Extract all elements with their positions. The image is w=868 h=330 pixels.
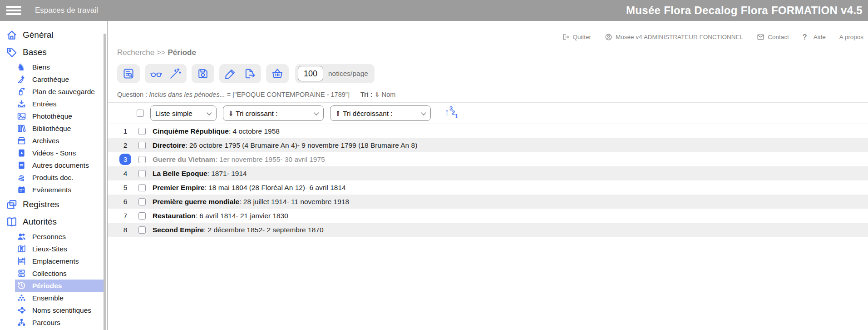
header-link-aide[interactable]: ?Aide xyxy=(803,33,826,41)
result-row[interactable]: 1Cinquième République: 4 octobre 1958 xyxy=(108,124,868,138)
result-row[interactable]: 8Second Empire: 2 décembre 1852- 2 septe… xyxy=(108,223,868,237)
sidebar-item-autorites[interactable]: Autorités xyxy=(0,213,107,230)
save-icon xyxy=(197,67,209,80)
sort-ascending-select[interactable]: ⇓ Tri croissant : xyxy=(223,105,324,121)
sidebar-item-label: Evènements xyxy=(32,186,71,194)
sidebar-item-carotheque[interactable]: Carothèque xyxy=(15,73,105,85)
list-search-icon xyxy=(122,67,135,80)
sidebar-item-evenements[interactable]: Evènements xyxy=(15,184,105,196)
molecule-icon xyxy=(17,305,26,315)
people-icon xyxy=(17,232,26,241)
sidebar-item-emplacements[interactable]: Emplacements xyxy=(15,255,105,267)
sidebar-item-personnes[interactable]: Personnes xyxy=(15,230,105,243)
basket-button[interactable] xyxy=(266,64,289,83)
sidebar-item-label: Vidéos - Sons xyxy=(32,149,76,157)
row-checkbox[interactable] xyxy=(138,184,146,191)
row-number: 8 xyxy=(108,224,131,235)
sidebar-item-parcours[interactable]: Parcours xyxy=(15,316,105,329)
header-link-a-propos[interactable]: A propos xyxy=(839,34,863,40)
sidebar-item-label: Périodes xyxy=(32,282,62,290)
hamburger-menu-icon[interactable] xyxy=(6,4,23,17)
sort-numeric-icon[interactable]: 3 ↑ 2 1 xyxy=(444,106,458,120)
period-dates: : 1871- 1914 xyxy=(207,170,247,177)
result-row[interactable]: 3Guerre du Vietnam: 1er novembre 1955- 3… xyxy=(108,152,868,166)
row-number: 3 xyxy=(108,154,131,165)
save-button[interactable] xyxy=(192,64,214,83)
sidebar-item-biens[interactable]: ♞Biens xyxy=(15,61,105,73)
sidebar-item-noms-scientifiques[interactable]: Noms scientifiques xyxy=(15,304,105,316)
sidebar-item-label: Autres documents xyxy=(32,161,89,170)
home-icon xyxy=(6,29,18,41)
sort-descending-select[interactable]: ⇑ Tri décroissant : xyxy=(330,105,431,121)
result-row[interactable]: 2Directoire: 26 octobre 1795 (4 Brumaire… xyxy=(108,138,868,152)
row-number: 6 xyxy=(108,196,131,207)
row-text: Cinquième République: 4 octobre 1958 xyxy=(153,127,280,135)
sidebar-item-label: Photothèque xyxy=(32,112,72,120)
row-checkbox[interactable] xyxy=(138,198,146,205)
sidebar-item-archives[interactable]: Archives xyxy=(15,135,105,147)
header-link-quitter[interactable]: Quitter xyxy=(562,33,592,41)
sidebar-item-label: Personnes xyxy=(32,233,66,241)
inbox-download-icon xyxy=(17,99,26,109)
period-dates: : 6 avril 1814- 21 janvier 1830 xyxy=(196,212,288,220)
sidebar-item-ensemble[interactable]: Ensemble xyxy=(15,292,105,304)
display-list-button[interactable] xyxy=(117,64,140,83)
period-name: Directoire xyxy=(153,141,185,149)
row-checkbox[interactable] xyxy=(138,128,146,135)
user-circle-icon xyxy=(605,33,612,41)
sidebar-item-lieux-sites[interactable]: Lieux-Sites xyxy=(15,243,105,255)
result-row[interactable]: 7Restauration: 6 avril 1814- 21 janvier … xyxy=(108,209,868,223)
sidebar-item-entrees[interactable]: Entrées xyxy=(15,98,105,110)
sidebar-item-label: Entrées xyxy=(32,100,56,108)
windows-icon xyxy=(6,199,18,210)
result-row[interactable]: 5Premier Empire: 18 mai 1804 (28 Floréal… xyxy=(108,180,868,195)
row-number: 7 xyxy=(108,210,131,221)
period-dates: : 1er novembre 1955- 30 avril 1975 xyxy=(215,155,325,163)
sidebar-item-autres-documents[interactable]: Autres documents xyxy=(15,159,105,171)
sidebar-item-general[interactable]: Général xyxy=(0,26,107,44)
sidebar-item-label: Noms scientifiques xyxy=(32,306,91,315)
sidebar-item-bases[interactable]: Bases xyxy=(0,44,107,61)
row-checkbox[interactable] xyxy=(138,142,146,149)
map-pin-icon xyxy=(17,244,26,254)
view-mode-select[interactable]: Liste simple xyxy=(150,105,217,121)
row-checkbox[interactable] xyxy=(138,156,146,163)
query-sort-label: Tri : xyxy=(360,91,373,98)
select-all-checkbox[interactable] xyxy=(137,110,144,117)
row-checkbox[interactable] xyxy=(138,170,146,177)
header-link-label: Contact xyxy=(768,34,789,40)
header-link-label: A propos xyxy=(839,34,863,40)
query-criterion: Inclus dans les périodes... xyxy=(149,91,225,98)
sidebar-item-label: Emplacements xyxy=(32,257,79,265)
sidebar-scrollbar[interactable] xyxy=(104,34,106,330)
header-link-label: Aide xyxy=(814,34,826,40)
sidebar-item-plan-de-sauvegarde[interactable]: Plan de sauvegarde xyxy=(15,85,105,98)
row-checkbox[interactable] xyxy=(138,212,146,220)
result-row[interactable]: 4La Belle Epoque: 1871- 1914 xyxy=(108,166,868,180)
sidebar-item-registres[interactable]: Registres xyxy=(0,196,107,213)
chess-knight-icon: ♞ xyxy=(17,62,26,72)
cards-icon xyxy=(17,269,26,278)
carrot-icon xyxy=(17,75,26,84)
period-name: Guerre du Vietnam xyxy=(153,155,215,163)
edit-export-button[interactable] xyxy=(219,64,261,83)
sidebar-item-produits-doc[interactable]: Produits doc. xyxy=(15,171,105,184)
calendar-icon xyxy=(17,185,26,195)
document-icon xyxy=(17,160,26,170)
period-dates: : 26 octobre 1795 (4 Brumaire An 4)- 9 n… xyxy=(185,141,417,149)
sidebar-item-videos-sons[interactable]: Vidéos - Sons xyxy=(15,147,105,159)
sidebar-item-periodes[interactable]: Périodes xyxy=(15,280,105,292)
page-size-input[interactable] xyxy=(298,66,323,81)
row-checkbox[interactable] xyxy=(138,226,146,234)
period-name: Restauration xyxy=(153,212,196,220)
header-link-user[interactable]: Musée v4 ADMINISTRATEUR FONCTIONNEL xyxy=(605,33,743,41)
sidebar-item-phototheque[interactable]: Photothèque xyxy=(15,110,105,122)
result-row[interactable]: 6Première guerre mondiale: 28 juillet 19… xyxy=(108,195,868,209)
cluster-icon xyxy=(17,293,26,303)
sidebar-item-collections[interactable]: Collections xyxy=(15,267,105,280)
header-link-contact[interactable]: Contact xyxy=(757,33,789,41)
sidebar-item-bibliotheque[interactable]: Bibliothèque xyxy=(15,122,105,135)
view-tools-button[interactable] xyxy=(145,64,187,83)
period-dates: : 18 mai 1804 (28 Floréal An 12)- 6 avri… xyxy=(205,184,346,191)
breadcrumb-current: Période xyxy=(168,48,196,57)
